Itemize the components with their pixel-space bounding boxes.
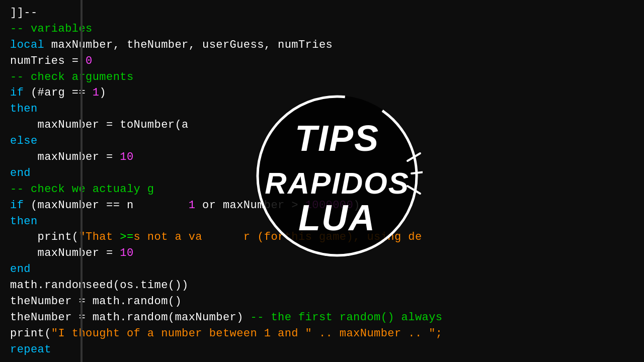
svg-text:LUA: LUA	[298, 198, 376, 238]
code-line: ]]--	[10, 5, 644, 21]
code-line: theNumber = math.random()	[10, 294, 644, 310]
code-line: print("I thought of a number between 1 a…	[10, 326, 644, 342]
svg-text:RAPIDOS: RAPIDOS	[265, 166, 409, 200]
code-line: -- variables	[10, 21, 644, 37]
code-line: theNumber = math.random(maxNumber) -- th…	[10, 310, 644, 326]
code-line: end	[10, 261, 644, 278]
code-line: local maxNumber, theNumber, userGuess, n…	[10, 37, 644, 53]
svg-text:TIPS: TIPS	[295, 118, 379, 158]
code-line: repeat	[10, 342, 644, 358]
logo-overlay: TIPS RAPIDOS LUA	[252, 90, 423, 261]
code-line: -- check arguments	[10, 69, 644, 85]
code-line: numTries = 0	[10, 53, 644, 69]
code-line: math.randomseed(os.time())	[10, 278, 644, 294]
left-gutter-bar	[80, 0, 83, 362]
